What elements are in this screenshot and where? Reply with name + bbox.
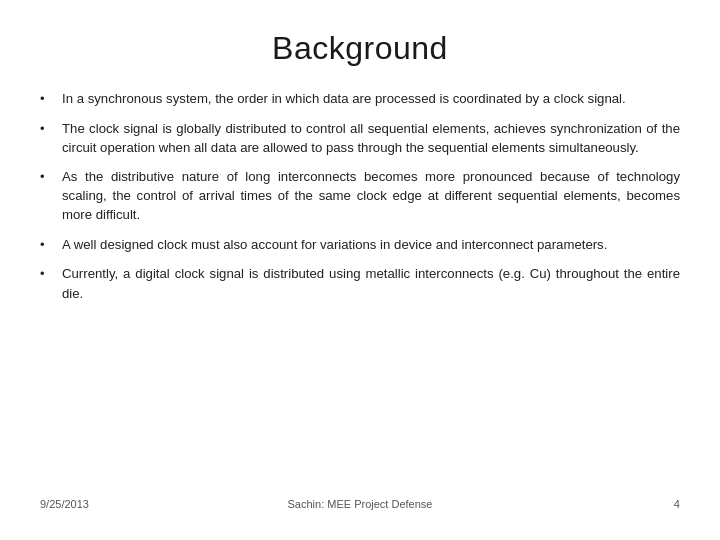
footer-page-number: 4 (467, 498, 680, 510)
bullet-item-2: • The clock signal is globally distribut… (40, 119, 680, 157)
slide: Background • In a synchronous system, th… (0, 0, 720, 540)
bullet-dot-5: • (40, 265, 56, 284)
bullet-text-2: The clock signal is globally distributed… (62, 119, 680, 157)
bullet-dot-1: • (40, 90, 56, 109)
slide-content: • In a synchronous system, the order in … (40, 89, 680, 488)
bullet-item-4: • A well designed clock must also accoun… (40, 235, 680, 255)
bullet-text-4: A well designed clock must also account … (62, 235, 680, 254)
footer-date: 9/25/2013 (40, 498, 253, 510)
bullet-dot-4: • (40, 236, 56, 255)
bullet-list: • In a synchronous system, the order in … (40, 89, 680, 313)
slide-footer: 9/25/2013 Sachin: MEE Project Defense 4 (40, 488, 680, 510)
slide-title: Background (40, 30, 680, 67)
bullet-text-3: As the distributive nature of long inter… (62, 167, 680, 224)
bullet-dot-3: • (40, 168, 56, 187)
bullet-text-1: In a synchronous system, the order in wh… (62, 89, 680, 108)
bullet-item-5: • Currently, a digital clock signal is d… (40, 264, 680, 302)
bullet-dot-2: • (40, 120, 56, 139)
footer-presenter: Sachin: MEE Project Defense (253, 498, 466, 510)
bullet-text-5: Currently, a digital clock signal is dis… (62, 264, 680, 302)
bullet-item-1: • In a synchronous system, the order in … (40, 89, 680, 109)
bullet-item-3: • As the distributive nature of long int… (40, 167, 680, 224)
